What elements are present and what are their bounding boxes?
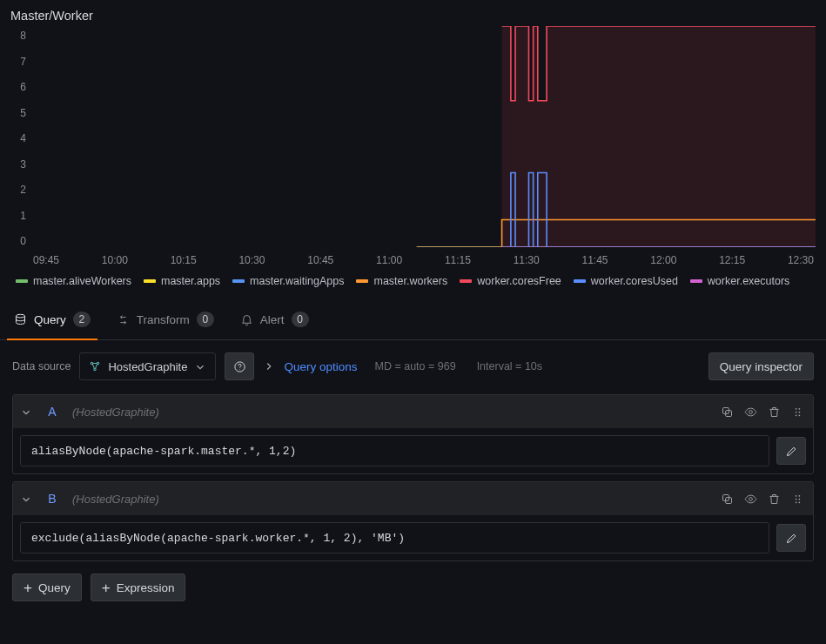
chart-area[interactable]: 876543210 09:4510:0010:1510:3010:4511:00…	[10, 26, 816, 270]
bell-icon	[240, 313, 253, 326]
chevron-down-icon	[194, 361, 206, 373]
x-tick: 10:45	[307, 254, 333, 266]
copy-icon[interactable]	[721, 493, 734, 506]
edit-query-button[interactable]	[776, 437, 806, 465]
help-icon	[233, 360, 246, 373]
add-query-button[interactable]: + Query	[12, 574, 82, 601]
legend-label: worker.coresUsed	[591, 275, 678, 287]
legend-item[interactable]: master.aliveWorkers	[16, 275, 131, 287]
y-tick: 1	[20, 210, 26, 222]
chart-panel: Master/Worker 876543210 09:4510:0010:151…	[0, 0, 826, 296]
query-inspector-button[interactable]: Query inspector	[708, 352, 814, 380]
copy-icon[interactable]	[721, 406, 734, 419]
chart-legend: master.aliveWorkersmaster.appsmaster.wai…	[10, 275, 816, 287]
query-input[interactable]: aliasByNode(apache-spark.master.*, 1,2)	[20, 435, 769, 466]
tab-count: 0	[292, 312, 309, 327]
query-options-link[interactable]: Query options	[284, 360, 357, 373]
svg-point-2	[97, 362, 99, 364]
svg-point-3	[94, 368, 96, 370]
y-tick: 4	[20, 132, 26, 144]
query-body: exclude(aliasByNode(apache-spark.worker.…	[13, 515, 813, 560]
legend-label: master.workers	[373, 275, 447, 287]
tab-label: Transform	[137, 313, 190, 326]
legend-swatch	[460, 279, 472, 283]
x-tick: 10:15	[171, 254, 197, 266]
svg-point-11	[796, 411, 797, 413]
add-button-row: + Query + Expression	[0, 574, 826, 601]
series-fill	[502, 26, 816, 247]
chevron-down-icon[interactable]	[20, 493, 32, 506]
tab-transform[interactable]: Transform 0	[115, 301, 216, 339]
y-tick: 0	[20, 235, 26, 247]
query-row: A (HostedGraphite) aliasByNode(apache-sp…	[12, 394, 814, 474]
query-source: (HostedGraphite)	[72, 406, 159, 419]
legend-item[interactable]: master.workers	[356, 275, 447, 287]
svg-point-13	[796, 414, 797, 416]
y-tick: 2	[20, 184, 26, 196]
legend-item[interactable]: master.waitingApps	[232, 275, 344, 287]
legend-item[interactable]: worker.coresFree	[460, 275, 561, 287]
legend-label: worker.coresFree	[477, 275, 561, 287]
eye-icon[interactable]	[744, 493, 757, 506]
svg-point-20	[796, 498, 797, 500]
chevron-right-icon[interactable]	[263, 360, 275, 372]
svg-point-19	[799, 494, 801, 496]
legend-swatch	[144, 279, 156, 283]
query-header[interactable]: A (HostedGraphite)	[13, 395, 813, 428]
x-axis: 09:4510:0010:1510:3010:4511:0011:1511:30…	[31, 251, 816, 270]
add-expression-button[interactable]: + Expression	[91, 574, 186, 601]
svg-point-8	[749, 410, 753, 413]
x-tick: 10:30	[238, 254, 265, 266]
trash-icon[interactable]	[768, 406, 781, 419]
drag-icon[interactable]	[791, 493, 804, 506]
query-actions	[721, 406, 804, 419]
chevron-down-icon[interactable]	[20, 406, 32, 419]
svg-point-5	[239, 369, 240, 370]
svg-point-22	[796, 501, 797, 503]
svg-point-23	[799, 501, 801, 503]
transform-icon	[117, 313, 130, 326]
datasource-icon	[89, 360, 101, 372]
query-actions	[721, 493, 804, 506]
datasource-select[interactable]: HostedGraphite	[79, 352, 216, 380]
trash-icon[interactable]	[768, 493, 781, 506]
button-label: Query	[38, 581, 71, 594]
svg-point-0	[17, 314, 25, 318]
datasource-label: Data source	[12, 360, 71, 372]
interval-info: Interval = 10s	[477, 360, 542, 372]
svg-point-14	[799, 414, 801, 416]
datasource-help-button[interactable]	[225, 352, 254, 380]
md-info: MD = auto = 969	[375, 360, 456, 372]
legend-swatch	[356, 279, 368, 283]
y-tick: 6	[20, 81, 26, 93]
legend-item[interactable]: worker.coresUsed	[574, 275, 678, 287]
drag-icon[interactable]	[791, 406, 804, 419]
datasource-selected: HostedGraphite	[108, 360, 187, 373]
chart-plot[interactable]	[31, 26, 816, 247]
y-axis: 876543210	[10, 26, 31, 270]
pencil-icon	[785, 532, 798, 545]
tab-label: Query	[34, 313, 66, 326]
x-tick: 12:30	[788, 254, 814, 266]
tab-query[interactable]: Query 2	[12, 301, 92, 339]
x-tick: 11:00	[376, 254, 402, 266]
svg-point-1	[91, 362, 93, 364]
legend-swatch	[690, 279, 702, 283]
y-tick: 7	[20, 56, 26, 68]
svg-point-12	[799, 411, 801, 413]
legend-item[interactable]: master.apps	[144, 275, 220, 287]
legend-swatch	[16, 279, 28, 283]
legend-swatch	[574, 279, 586, 283]
query-body: aliasByNode(apache-spark.master.*, 1,2)	[13, 428, 813, 473]
y-tick: 3	[20, 158, 26, 171]
eye-icon[interactable]	[744, 406, 757, 419]
edit-query-button[interactable]	[776, 524, 806, 552]
legend-label: master.aliveWorkers	[33, 275, 131, 287]
svg-point-9	[796, 407, 797, 409]
legend-item[interactable]: worker.executors	[690, 275, 789, 287]
query-input[interactable]: exclude(aliasByNode(apache-spark.worker.…	[20, 522, 769, 553]
x-tick: 10:00	[102, 254, 128, 266]
query-header[interactable]: B (HostedGraphite)	[13, 482, 813, 515]
y-tick: 5	[20, 107, 26, 119]
tab-alert[interactable]: Alert 0	[238, 301, 311, 339]
